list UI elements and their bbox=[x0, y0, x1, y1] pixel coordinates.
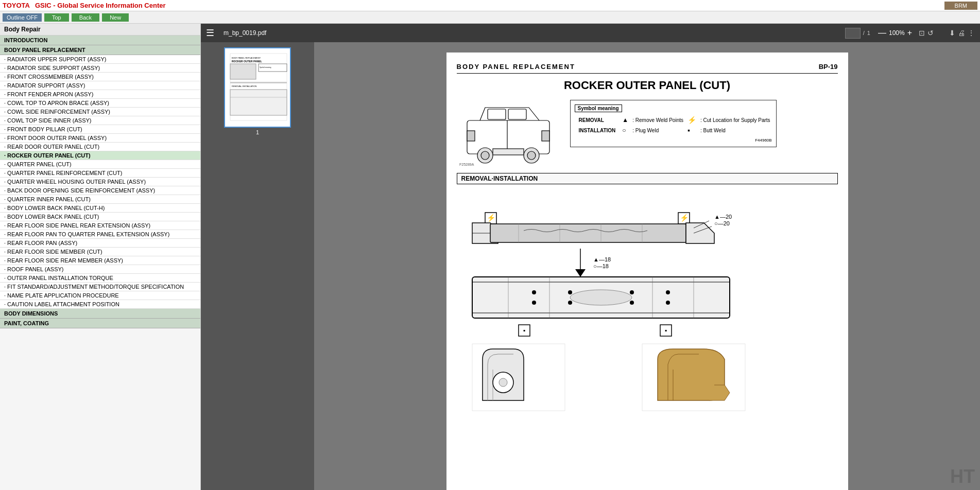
sidebar-item-rear-floor-side[interactable]: · REAR FLOOR SIDE PANEL REAR EXTENSION (… bbox=[0, 221, 200, 230]
svg-text:ROCKER OUTER PANEL: ROCKER OUTER PANEL bbox=[232, 60, 262, 63]
sidebar-item-outer-install-torque[interactable]: · OUTER PANEL INSTALLATION TORQUE bbox=[0, 274, 200, 283]
sidebar-section-paint-coating[interactable]: PAINT, COATING bbox=[0, 319, 200, 328]
sidebar-item-front-door-outer[interactable]: · FRONT DOOR OUTER PANEL (ASSY) bbox=[0, 134, 200, 143]
rotate-icon[interactable]: ↺ bbox=[927, 29, 934, 37]
main-toolbar: Outline OFF Top Back New bbox=[0, 11, 980, 24]
svg-text:REMOVAL-INSTALLATION: REMOVAL-INSTALLATION bbox=[232, 85, 257, 87]
sidebar-item-back-door[interactable]: · BACK DOOR OPENING SIDE REINFORCEMENT (… bbox=[0, 186, 200, 195]
new-button[interactable]: New bbox=[102, 13, 129, 22]
sidebar-item-radiator-support[interactable]: · RADIATOR SUPPORT (ASSY) bbox=[0, 81, 200, 90]
outline-toggle-button[interactable]: Outline OFF bbox=[3, 13, 42, 22]
svg-point-50 bbox=[630, 290, 634, 294]
page-total: 1 bbox=[867, 30, 870, 36]
pdf-content: BODY PANEL REPLACEMENT ROCKER OUTER PANE… bbox=[201, 42, 980, 490]
figure-ref-right: F44960B bbox=[575, 138, 772, 143]
app-title: GSIC - Global Service Information Center bbox=[35, 2, 944, 9]
installation-label: INSTALLATION bbox=[575, 125, 620, 135]
svg-point-60 bbox=[499, 378, 507, 387]
sidebar-item-roof-panel[interactable]: · ROOF PANEL (ASSY) bbox=[0, 265, 200, 274]
removal-triangle-symbol: ▲ bbox=[622, 116, 628, 124]
document-title: ROCKER OUTER PANEL (CUT) bbox=[457, 79, 838, 92]
sidebar-item-front-crossmember[interactable]: · FRONT CROSSMEMBER (ASSY) bbox=[0, 73, 200, 81]
sidebar-item-rocker-outer[interactable]: · ROCKER OUTER PANEL (CUT) bbox=[0, 151, 200, 160]
fit-page-icon[interactable]: ⊡ bbox=[919, 29, 925, 37]
sidebar-item-rear-floor-rear-member[interactable]: · REAR FLOOR SIDE REAR MEMBER (ASSY) bbox=[0, 256, 200, 265]
svg-rect-8 bbox=[230, 90, 287, 115]
svg-text:⚡: ⚡ bbox=[486, 214, 495, 222]
technical-diagram: ⚡ ⚡ ▲—20 ○—20 bbox=[457, 192, 838, 466]
sidebar-item-quarter-panel[interactable]: · QUARTER PANEL (CUT) bbox=[0, 160, 200, 169]
document-page: BODY PANEL REPLACEMENT BP-19 ROCKER OUTE… bbox=[314, 42, 980, 490]
svg-rect-3 bbox=[230, 64, 256, 79]
svg-rect-19 bbox=[467, 131, 475, 141]
main-content: Body Repair INTRODUCTION BODY PANEL REPL… bbox=[0, 24, 980, 490]
more-options-icon[interactable]: ⋮ bbox=[968, 29, 975, 37]
zoom-out-icon[interactable]: — bbox=[878, 28, 886, 38]
svg-point-53 bbox=[666, 301, 670, 305]
svg-rect-11 bbox=[488, 109, 506, 119]
sidebar-item-rear-door-outer[interactable]: · REAR DOOR OUTER PANEL (CUT) bbox=[0, 143, 200, 151]
svg-text:⚡: ⚡ bbox=[679, 214, 689, 222]
hamburger-icon[interactable]: ☰ bbox=[206, 27, 214, 39]
sidebar-item-quarter-reinforcement[interactable]: · QUARTER PANEL REINFORCEMENT (CUT) bbox=[0, 169, 200, 178]
zoom-in-icon[interactable]: + bbox=[907, 28, 912, 38]
sidebar-item-front-body-pillar[interactable]: · FRONT BODY PILLAR (CUT) bbox=[0, 125, 200, 134]
svg-text:▪: ▪ bbox=[664, 327, 666, 334]
symbol-meaning-title: Symbol meaning bbox=[575, 104, 622, 112]
svg-text:○—18: ○—18 bbox=[593, 263, 609, 269]
removal-item1-text: : Remove Weld Points bbox=[631, 115, 685, 125]
page-thumbnail[interactable]: BODY PANEL REPLACEMENT ROCKER OUTER PANE… bbox=[224, 47, 291, 128]
installation-item1-text: : Plug Weld bbox=[631, 125, 685, 135]
sidebar-item-radiator-upper[interactable]: · RADIATOR UPPER SUPPORT (ASSY) bbox=[0, 55, 200, 64]
svg-rect-12 bbox=[508, 109, 526, 119]
sidebar-item-rear-floor-pan[interactable]: · REAR FLOOR PAN (ASSY) bbox=[0, 239, 200, 248]
svg-rect-6 bbox=[230, 82, 287, 83]
installation-item2-text: : Butt Weld bbox=[699, 125, 772, 135]
sidebar-item-rear-floor-member[interactable]: · REAR FLOOR SIDE MEMBER (CUT) bbox=[0, 248, 200, 256]
svg-text:F25289A: F25289A bbox=[459, 163, 474, 166]
svg-text:▪: ▪ bbox=[523, 327, 525, 334]
print-icon[interactable]: 🖨 bbox=[958, 29, 965, 37]
toyota-logo: TOYOTA bbox=[3, 2, 30, 9]
sidebar-item-cowl-top-inner[interactable]: · COWL TOP SIDE INNER (ASSY) bbox=[0, 116, 200, 125]
svg-point-16 bbox=[527, 151, 536, 160]
app-header: TOYOTA GSIC - Global Service Information… bbox=[0, 0, 980, 11]
sidebar-item-quarter-inner[interactable]: · QUARTER INNER PANEL (CUT) bbox=[0, 195, 200, 204]
download-icon[interactable]: ⬇ bbox=[949, 29, 955, 37]
svg-point-51 bbox=[630, 301, 634, 305]
sidebar-item-radiator-side[interactable]: · RADIATOR SIDE SUPPORT (ASSY) bbox=[0, 64, 200, 73]
sidebar-item-front-fender[interactable]: · FRONT FENDER APRON (ASSY) bbox=[0, 90, 200, 99]
sidebar-item-cowl-top-apron[interactable]: · COWL TOP TO APRON BRACE (ASSY) bbox=[0, 99, 200, 108]
removal-installation-header: REMOVAL·INSTALLATION bbox=[457, 173, 838, 184]
butt-weld-symbol: ▪ bbox=[687, 126, 690, 134]
page-number-input[interactable]: 1 bbox=[845, 28, 861, 39]
sidebar-item-name-plate[interactable]: · NAME PLATE APPLICATION PROCEDURE bbox=[0, 291, 200, 300]
svg-text:○—20: ○—20 bbox=[714, 220, 730, 226]
section-header-label: BODY PANEL REPLACEMENT bbox=[457, 63, 575, 71]
svg-point-47 bbox=[532, 301, 536, 305]
brm-button[interactable]: BRM bbox=[944, 2, 977, 10]
sidebar-item-body-lower-back-cut[interactable]: · BODY LOWER BACK PANEL (CUT) bbox=[0, 213, 200, 221]
sidebar-item-body-lower-back-cuth[interactable]: · BODY LOWER BACK PANEL (CUT-H) bbox=[0, 204, 200, 213]
sidebar-item-fit-standard[interactable]: · FIT STANDARD/ADJUSTMENT METHOD/TORQUE … bbox=[0, 283, 200, 291]
sidebar-item-quarter-wheel[interactable]: · QUARTER WHEEL HOUSING OUTER PANEL (ASS… bbox=[0, 178, 200, 186]
svg-text:▲—18: ▲—18 bbox=[593, 256, 611, 262]
sidebar-section-body-panel[interactable]: BODY PANEL REPLACEMENT bbox=[0, 45, 200, 55]
pdf-viewer-area: ☰ m_bp_0019.pdf 1 / 1 — 100% + ⊡ ↺ ⬇ 🖨 ⋮ bbox=[201, 24, 980, 490]
sidebar-section-introduction[interactable]: INTRODUCTION bbox=[0, 36, 200, 45]
sidebar-title: Body Repair bbox=[0, 24, 200, 36]
sidebar-section-body-dimensions[interactable]: BODY DIMENSIONS bbox=[0, 309, 200, 319]
thumbnail-label: 1 bbox=[256, 129, 259, 135]
pdf-filename: m_bp_0019.pdf bbox=[223, 29, 266, 37]
back-button[interactable]: Back bbox=[72, 13, 99, 22]
svg-point-14 bbox=[481, 151, 489, 160]
svg-point-49 bbox=[568, 301, 572, 305]
document-header: BODY PANEL REPLACEMENT BP-19 bbox=[457, 63, 838, 74]
sidebar-item-caution-label[interactable]: · CAUTION LABEL ATTACHMENT POSITION bbox=[0, 300, 200, 309]
sidebar-item-rear-floor-pan-quarter[interactable]: · REAR FLOOR PAN TO QUARTER PANEL EXTENS… bbox=[0, 230, 200, 239]
sidebar-item-cowl-side[interactable]: · COWL SIDE REINFORCEMENT (ASSY) bbox=[0, 108, 200, 116]
top-button[interactable]: Top bbox=[44, 13, 69, 22]
svg-point-52 bbox=[666, 290, 670, 294]
page-reference: BP-19 bbox=[819, 63, 838, 71]
sidebar: Body Repair INTRODUCTION BODY PANEL REPL… bbox=[0, 24, 201, 490]
